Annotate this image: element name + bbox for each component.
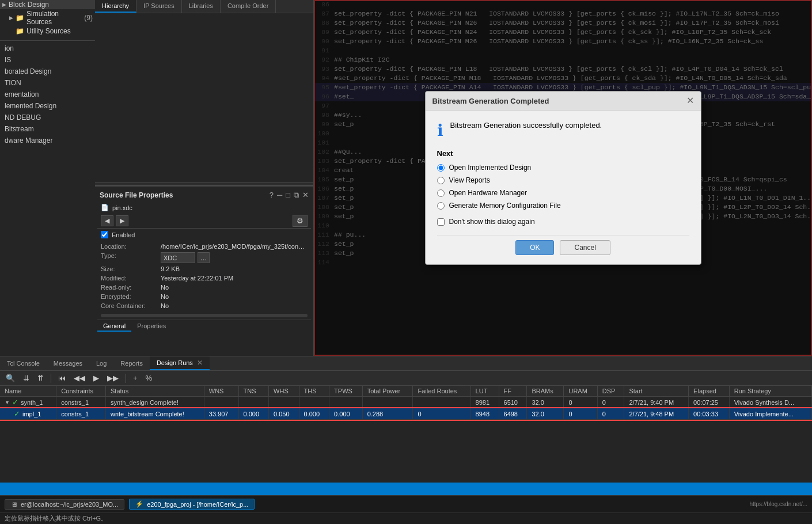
nav-back-button[interactable]: ◀ (101, 215, 113, 226)
container-value: No (161, 302, 308, 309)
run-wns: 33.907 (204, 408, 238, 420)
tab-libraries[interactable]: Libraries (182, 0, 221, 13)
sidebar-item-utility[interactable]: ▶ 📁 Utility Sources (0, 26, 95, 36)
tab-hierarchy[interactable]: Hierarchy (95, 0, 136, 13)
tab-reports[interactable]: Reports (113, 358, 150, 369)
filename-label: pin.xdc (112, 204, 132, 211)
table-row[interactable]: ▼✓synth_1constrs_1synth_design Complete!… (0, 397, 812, 408)
next-button[interactable]: ▶▶ (105, 373, 121, 383)
maximize-icon[interactable]: □ (286, 191, 290, 200)
prev-button[interactable]: ◀◀ (71, 373, 88, 383)
run-ths: 0.000 (299, 408, 329, 420)
radio-view-reports-input[interactable] (437, 177, 445, 184)
add-button[interactable]: + (131, 373, 140, 383)
radio-open-hw-manager-input[interactable] (437, 189, 445, 197)
close-icon[interactable]: ✕ (302, 191, 309, 200)
taskbar-vivado[interactable]: ⚡ e200_fpga_proj - [/home/ICer/ic_p... (129, 499, 255, 510)
restore-icon[interactable]: ⧉ (294, 191, 299, 200)
sidebar-item-dware[interactable]: dware Manager (0, 135, 95, 146)
sidebar-item-bitstream[interactable]: Bitstream (0, 123, 95, 135)
taskbar-right-text: https://blog.csdn.net/... (749, 501, 807, 507)
enabled-checkbox[interactable] (101, 231, 108, 238)
sidebar-item-ion[interactable]: ion (0, 41, 95, 54)
collapse-button[interactable]: ⇊ (21, 373, 32, 383)
run-brams: 32.0 (527, 408, 564, 420)
col-constraints: Constraints (56, 386, 106, 397)
radio-open-implemented[interactable]: Open Implemented Design (437, 164, 689, 172)
tab-tcl-console[interactable]: Tcl Console (0, 358, 47, 369)
encrypted-label: Encrypted: (101, 293, 158, 300)
table-row[interactable]: ✓impl_1constrs_1write_bitstream Complete… (0, 408, 812, 420)
play-button[interactable]: ▶ (91, 373, 101, 383)
radio-gen-memory-input[interactable] (437, 202, 445, 210)
sidebar-item-tion[interactable]: TION (0, 77, 95, 89)
run-lut: 8948 (470, 408, 499, 420)
first-button[interactable]: ⏮ (56, 373, 68, 383)
question-icon[interactable]: ? (270, 191, 274, 200)
left-sidebar: ▶ Block Design ▶ 📁 Simulation Sources (9… (0, 0, 95, 356)
search-button[interactable]: 🔍 (3, 373, 17, 383)
minimize-icon[interactable]: ─ (277, 191, 282, 200)
cancel-button[interactable]: Cancel (560, 240, 610, 255)
tab-properties[interactable]: Properties (131, 321, 172, 332)
run-ths (299, 397, 329, 408)
radio-view-reports[interactable]: View Reports (437, 176, 689, 184)
size-value: 9.2 KB (161, 265, 308, 272)
tab-design-runs[interactable]: Design Runs ✕ (150, 356, 210, 370)
dialog-close-button[interactable]: ✕ (686, 96, 694, 105)
nav-forward-button[interactable]: ▶ (116, 215, 128, 226)
props-filename-row: 📄 pin.xdc (97, 202, 311, 214)
radio-open-hw-manager[interactable]: Open Hardware Manager (437, 189, 689, 197)
source-panel: Hierarchy IP Sources Libraries Compile O… (95, 0, 314, 356)
sidebar-item-nd-debug[interactable]: ND DEBUG (0, 112, 95, 123)
col-elapsed: Elapsed (689, 386, 730, 397)
modified-value: Yesterday at 22:22:01 PM (161, 275, 308, 282)
dont-show-row[interactable]: Don't show this dialog again (437, 218, 689, 226)
size-label: Size: (101, 265, 158, 272)
sidebar-item-simulation[interactable]: ▶ 📁 Simulation Sources (9) (0, 9, 95, 26)
check-icon: ✓ (12, 398, 18, 407)
col-status: Status (106, 386, 204, 397)
readonly-value: No (161, 284, 308, 291)
readonly-row: Read-only: No (101, 283, 308, 292)
dont-show-checkbox[interactable] (437, 218, 445, 226)
radio-gen-memory[interactable]: Generate Memory Configuration File (437, 202, 689, 210)
sidebar-item-borated[interactable]: borated Design (0, 66, 95, 77)
design-runs-close[interactable]: ✕ (197, 359, 203, 367)
dialog-body: ℹ Bitstream Generation successfully comp… (426, 111, 701, 264)
enabled-row: Enabled (97, 229, 311, 241)
col-wns: WNS (204, 386, 238, 397)
expand-button[interactable]: ⇈ (35, 373, 46, 383)
tab-ip-sources[interactable]: IP Sources (136, 0, 182, 13)
type-input[interactable] (161, 252, 195, 263)
sidebar-item-block-design[interactable]: ▶ Block Design (0, 0, 95, 9)
settings-button[interactable]: ⚙ (293, 215, 308, 227)
dialog-title-bar: Bitstream Generation Completed ✕ (426, 92, 701, 111)
bitstream-dialog: Bitstream Generation Completed ✕ ℹ Bitst… (425, 91, 701, 265)
col-name: Name (0, 386, 56, 397)
tab-compile-order[interactable]: Compile Order (221, 0, 276, 13)
dialog-info-row: ℹ Bitstream Generation successfully comp… (437, 120, 689, 140)
source-tabs: Hierarchy IP Sources Libraries Compile O… (95, 0, 313, 13)
taskbar-terminal[interactable]: 🖥 er@localhost:~/ic_prjs/e203_MO... (5, 499, 124, 510)
radio-open-implemented-input[interactable] (437, 164, 445, 172)
sidebar-item-ementation[interactable]: ementation (0, 89, 95, 100)
col-lut: LUT (470, 386, 499, 397)
dialog-next-label: Next (437, 149, 689, 158)
design-runs-table: Name Constraints Status WNS TNS WHS THS … (0, 386, 812, 420)
run-brams: 32.0 (527, 397, 564, 408)
props-header: Source File Properties ? ─ □ ⧉ ✕ (97, 189, 311, 202)
radio-gen-memory-label: Generate Memory Configuration File (449, 202, 561, 210)
sidebar-item-lemented[interactable]: lemented Design (0, 100, 95, 112)
taskbar-terminal-label: er@localhost:~/ic_prjs/e203_MO... (21, 501, 118, 508)
type-browse-button[interactable]: ... (198, 252, 210, 263)
sidebar-item-is[interactable]: IS (0, 54, 95, 66)
tab-messages[interactable]: Messages (47, 358, 89, 369)
tab-general[interactable]: General (97, 321, 131, 332)
chevron-right-icon: ▶ (2, 2, 6, 7)
ok-button[interactable]: OK (515, 240, 554, 255)
percent-button[interactable]: % (143, 373, 155, 383)
run-name: impl_1 (22, 411, 41, 417)
tab-log[interactable]: Log (89, 358, 113, 369)
col-whs: WHS (269, 386, 299, 397)
